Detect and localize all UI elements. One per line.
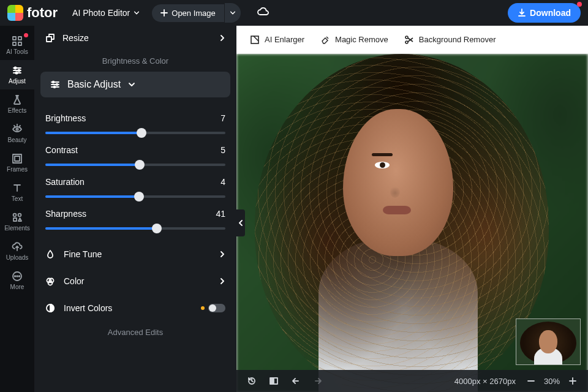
svg-point-14: [15, 276, 16, 277]
slider-value: 7: [221, 113, 225, 123]
zoom-out-button[interactable]: [524, 374, 538, 388]
more-icon: [12, 271, 23, 282]
svg-point-16: [19, 276, 20, 277]
slider-value: 5: [221, 145, 225, 155]
arrow-left-icon: [291, 376, 301, 386]
logo-text: fotor: [27, 5, 58, 21]
svg-rect-9: [15, 156, 20, 161]
slider-value: 41: [216, 209, 225, 219]
rail-item-effects[interactable]: Effects: [0, 89, 34, 119]
quick-label: Magic Remove: [335, 35, 388, 44]
slider-track-saturation[interactable]: [45, 195, 225, 198]
zoom-controls: 30%: [524, 374, 579, 388]
rail-label: Beauty: [7, 137, 26, 143]
slider-label: Contrast: [45, 145, 78, 155]
slider-label: Sharpness: [45, 209, 86, 219]
svg-rect-1: [18, 37, 21, 40]
rail-item-uploads[interactable]: Uploads: [0, 236, 34, 266]
top-bar: fotor AI Photo Editor Open Image Downloa…: [0, 0, 588, 26]
adjust-panel: Resize Brightness & Color Basic Adjust B…: [34, 26, 236, 392]
svg-rect-17: [47, 37, 51, 42]
slider-track-contrast[interactable]: [45, 164, 225, 166]
chevron-right-icon: [219, 35, 225, 41]
svg-rect-3: [18, 42, 21, 45]
logo[interactable]: fotor: [7, 5, 58, 21]
zoom-value: 30%: [544, 377, 560, 386]
page-title: AI Photo Editor: [72, 8, 130, 18]
rail-item-elements[interactable]: Elements: [0, 207, 34, 236]
zoom-in-button[interactable]: [566, 374, 579, 388]
rail-label: Text: [12, 195, 23, 202]
svg-point-27: [405, 41, 408, 43]
svg-rect-12: [13, 218, 17, 221]
rail-label: Effects: [8, 107, 26, 114]
svg-rect-0: [13, 37, 16, 40]
svg-rect-2: [13, 42, 16, 45]
panel-collapse-handle[interactable]: [236, 209, 245, 236]
droplet-icon: [45, 249, 55, 259]
quick-ai-enlarger[interactable]: AI Enlarger: [250, 35, 304, 45]
frame-icon: [12, 153, 23, 164]
svg-point-26: [405, 36, 408, 39]
svg-point-11: [18, 214, 21, 217]
flask-icon: [12, 94, 23, 105]
color-label: Color: [64, 276, 211, 286]
sliders-group: Brightness7 Contrast5 Saturation4 Sharpn…: [34, 100, 236, 241]
advanced-section-title: Advanced Edits: [34, 322, 236, 341]
svg-point-15: [17, 276, 18, 277]
slider-label: Saturation: [45, 177, 85, 187]
slider-track-brightness[interactable]: [45, 132, 225, 134]
text-icon: [12, 183, 23, 194]
quick-label: AI Enlarger: [265, 35, 304, 44]
compare-button[interactable]: [267, 374, 281, 388]
rail-label: More: [10, 284, 24, 290]
download-button[interactable]: Download: [508, 3, 581, 23]
download-icon: [518, 9, 526, 17]
invert-toggle[interactable]: [208, 304, 225, 312]
basic-adjust-label: Basic Adjust: [67, 79, 121, 90]
fine-tune-row[interactable]: Fine Tune: [34, 241, 236, 268]
slider-track-sharpness[interactable]: [45, 227, 225, 230]
rail-label: Adjust: [9, 78, 26, 85]
rail-label: Uploads: [6, 254, 29, 261]
slider-sharpness: Sharpness41: [45, 209, 225, 230]
rail-item-ai-tools[interactable]: AI Tools: [0, 31, 34, 60]
quick-magic-remove[interactable]: Magic Remove: [320, 35, 388, 45]
notification-dot: [24, 33, 28, 37]
chevron-down-icon: [128, 81, 135, 88]
scissors-icon: [404, 35, 414, 45]
nav-rail: AI Tools Adjust Effects Beauty Frames Te…: [0, 26, 34, 392]
open-image-more-button[interactable]: [225, 3, 241, 23]
basic-adjust-row[interactable]: Basic Adjust: [40, 72, 230, 97]
sliders-icon: [50, 80, 60, 89]
cloud-sync-button[interactable]: [257, 7, 269, 18]
upload-cloud-icon: [12, 241, 23, 252]
rail-item-more[interactable]: More: [0, 266, 34, 295]
cloud-icon: [257, 7, 269, 16]
rail-item-adjust[interactable]: Adjust: [0, 60, 34, 89]
eraser-icon: [320, 35, 330, 45]
navigator-minimap[interactable]: [516, 318, 581, 365]
page-title-dropdown[interactable]: AI Photo Editor: [72, 8, 140, 18]
quick-bg-remover[interactable]: Background Remover: [404, 35, 496, 45]
color-row[interactable]: Color: [34, 268, 236, 295]
chevron-left-icon: [238, 220, 243, 226]
rail-item-beauty[interactable]: Beauty: [0, 119, 34, 148]
redo-button[interactable]: [311, 374, 325, 388]
invert-toggle-wrap: [201, 304, 225, 312]
history-button[interactable]: [245, 374, 258, 388]
slider-contrast: Contrast5: [45, 145, 225, 166]
undo-button[interactable]: [289, 374, 303, 388]
resize-row[interactable]: Resize: [34, 26, 236, 50]
svg-point-7: [16, 128, 18, 130]
svg-point-10: [13, 214, 17, 217]
sparkle-grid-icon: [12, 36, 23, 47]
quick-label: Background Remover: [419, 35, 496, 44]
logo-mark-icon: [7, 5, 23, 21]
canvas[interactable]: 4000px × 2670px 30%: [236, 54, 588, 392]
rail-item-frames[interactable]: Frames: [0, 148, 34, 178]
open-image-button[interactable]: Open Image: [152, 4, 224, 22]
invert-colors-row[interactable]: Invert Colors: [34, 295, 236, 322]
rail-item-text[interactable]: Text: [0, 178, 34, 207]
new-feature-dot: [201, 306, 205, 310]
